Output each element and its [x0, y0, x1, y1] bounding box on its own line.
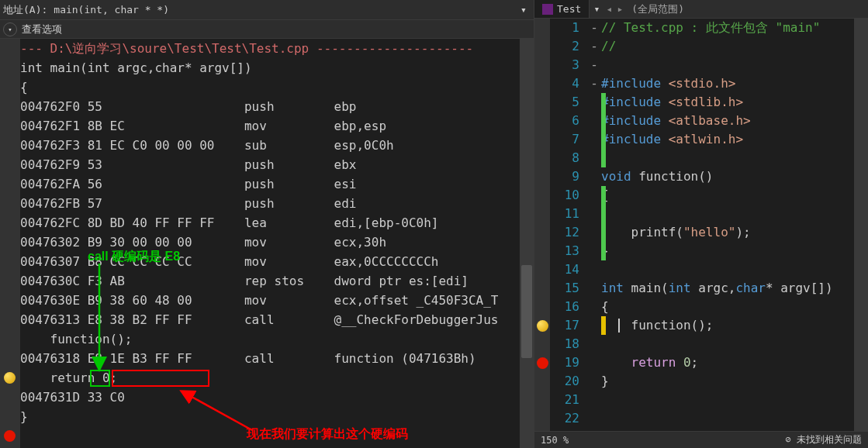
- options-row: ▾ 查看选项: [0, 20, 534, 39]
- scroll-thumb[interactable]: [521, 265, 532, 358]
- code-editor[interactable]: 1234567891011121314151617181920212223 --…: [534, 19, 868, 431]
- zoom-level[interactable]: 150 %: [541, 435, 569, 446]
- fold-column[interactable]: ----: [587, 19, 601, 431]
- tab-dropdown-icon[interactable]: ▾: [590, 3, 603, 15]
- cpp-file-icon: [542, 4, 553, 15]
- address-bar: 地址(A): ▾: [0, 0, 534, 20]
- tab-label: Test: [557, 3, 581, 15]
- modification-bar: [601, 186, 606, 260]
- breakpoint-icon[interactable]: [537, 357, 548, 369]
- breakpoint-icon[interactable]: [537, 320, 548, 332]
- text-cursor: [618, 319, 620, 333]
- red-annotation: 现在我们要计算出这个硬编码: [247, 424, 408, 443]
- tab-nav-right-icon[interactable]: ▸: [614, 3, 625, 15]
- green-highlight-box: [90, 370, 110, 387]
- red-highlight-box: [112, 370, 209, 387]
- address-label: 地址(A):: [3, 3, 47, 17]
- tab-test[interactable]: Test: [534, 0, 590, 18]
- editor-breakpoint-gutter[interactable]: [534, 19, 550, 431]
- scrollbar[interactable]: [854, 19, 868, 431]
- view-options-label: 查看选项: [22, 22, 62, 36]
- issues-indicator[interactable]: ⊘ 未找到相关问题: [786, 433, 862, 446]
- modification-bar: [601, 316, 606, 335]
- breakpoint-gutter[interactable]: [0, 39, 20, 448]
- scope-dropdown[interactable]: (全局范围): [625, 2, 868, 16]
- line-numbers: 1234567891011121314151617181920212223: [550, 19, 587, 431]
- code-area[interactable]: // Test.cpp : 此文件包含 "main"// #include <s…: [601, 19, 868, 431]
- editor-panel: Test ▾ ◂ ▸ (全局范围) 1234567891011121314151…: [534, 0, 868, 448]
- modification-bar: [601, 93, 606, 167]
- chevron-down-icon[interactable]: ▾: [3, 22, 17, 36]
- disassembly-panel: 地址(A): ▾ ▾ 查看选项 --- D:\逆向学习\soure\Test\T…: [0, 0, 534, 448]
- tab-bar: Test ▾ ◂ ▸ (全局范围): [534, 0, 868, 19]
- green-annotation: call 硬编码是 E8: [88, 246, 180, 266]
- breakpoint-icon[interactable]: [4, 372, 16, 384]
- scrollbar[interactable]: [520, 39, 534, 448]
- status-bar: 150 % ⊘ 未找到相关问题: [534, 431, 868, 448]
- address-input[interactable]: [50, 2, 517, 17]
- address-dropdown-icon[interactable]: ▾: [517, 4, 531, 16]
- tab-nav-left-icon[interactable]: ◂: [603, 3, 614, 15]
- disassembly-view[interactable]: --- D:\逆向学习\soure\Test\Test\Test.cpp ---…: [0, 39, 534, 448]
- breakpoint-icon[interactable]: [4, 430, 16, 442]
